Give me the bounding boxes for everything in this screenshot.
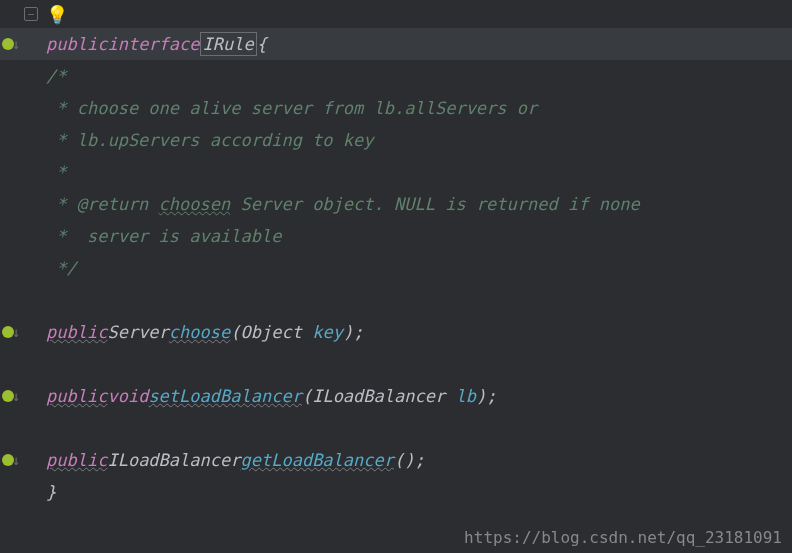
- code-line[interactable]: ↓ public Server choose(Object key);: [0, 316, 792, 348]
- code-content[interactable]: public void setLoadBalancer(ILoadBalance…: [22, 386, 496, 406]
- comment: */: [46, 258, 77, 278]
- code-content[interactable]: * @return choosen Server object. NULL is…: [22, 194, 640, 214]
- lightbulb-icon[interactable]: 💡: [46, 4, 68, 25]
- override-arrow-icon[interactable]: ↓: [12, 36, 20, 52]
- code-line[interactable]: * server is available: [0, 220, 792, 252]
- brace: }: [46, 482, 56, 502]
- gutter: [0, 476, 22, 508]
- code-content[interactable]: * choose one alive server from lb.allSer…: [22, 98, 537, 118]
- return-type: Server: [107, 322, 168, 342]
- comment: * lb.upServers according to key: [46, 130, 374, 150]
- comment: Server object. NULL is returned if none: [230, 194, 639, 214]
- code-content[interactable]: */: [22, 258, 77, 278]
- paren: (: [394, 450, 404, 470]
- code-line[interactable]: *: [0, 156, 792, 188]
- gutter[interactable]: ↓: [0, 380, 22, 412]
- fold-icon[interactable]: −: [24, 7, 38, 21]
- code-content[interactable]: public Server choose(Object key);: [22, 322, 363, 342]
- paren: );: [404, 450, 424, 470]
- method-name: choose: [169, 322, 230, 342]
- code-line[interactable]: [0, 284, 792, 316]
- paren: (: [302, 386, 312, 406]
- code-line[interactable]: * choose one alive server from lb.allSer…: [0, 92, 792, 124]
- gutter: [0, 220, 22, 252]
- override-arrow-icon[interactable]: ↓: [12, 452, 20, 468]
- keyword: public: [46, 386, 107, 406]
- gutter[interactable]: ↓: [0, 316, 22, 348]
- gutter: [0, 348, 22, 380]
- code-line[interactable]: }: [0, 476, 792, 508]
- code-content[interactable]: *: [22, 162, 77, 182]
- param-type: Object: [241, 322, 313, 342]
- editor-top-bar: − 💡: [0, 0, 792, 28]
- gutter[interactable]: ↓: [0, 28, 22, 60]
- comment: *: [46, 162, 77, 182]
- code-area[interactable]: ↓ public interface IRule{ /* * choose on…: [0, 28, 792, 553]
- code-line[interactable]: ↓ public ILoadBalancer getLoadBalancer()…: [0, 444, 792, 476]
- code-content[interactable]: public interface IRule{: [22, 32, 267, 56]
- code-content[interactable]: public ILoadBalancer getLoadBalancer();: [22, 450, 425, 470]
- code-line[interactable]: [0, 348, 792, 380]
- code-line[interactable]: [0, 412, 792, 444]
- gutter: [0, 252, 22, 284]
- code-line[interactable]: * lb.upServers according to key: [0, 124, 792, 156]
- comment: * server is available: [46, 226, 281, 246]
- code-editor[interactable]: − 💡 ↓ public interface IRule{ /* * choos…: [0, 0, 792, 553]
- brace: {: [257, 34, 267, 54]
- code-line[interactable]: ↓ public void setLoadBalancer(ILoadBalan…: [0, 380, 792, 412]
- gutter: [0, 412, 22, 444]
- param-type: ILoadBalancer: [312, 386, 455, 406]
- gutter: [0, 156, 22, 188]
- paren: );: [476, 386, 496, 406]
- comment: /*: [46, 66, 66, 86]
- class-name: IRule: [200, 32, 257, 56]
- param-name: lb: [455, 386, 475, 406]
- return-type: void: [107, 386, 148, 406]
- code-content[interactable]: * server is available: [22, 226, 281, 246]
- paren: (: [230, 322, 240, 342]
- code-line[interactable]: ↓ public interface IRule{: [0, 28, 792, 60]
- keyword: public: [46, 450, 107, 470]
- override-arrow-icon[interactable]: ↓: [12, 388, 20, 404]
- gutter: [0, 284, 22, 316]
- override-arrow-icon[interactable]: ↓: [12, 324, 20, 340]
- keyword: public: [46, 322, 107, 342]
- gutter: [0, 60, 22, 92]
- paren: );: [343, 322, 363, 342]
- method-name: getLoadBalancer: [240, 450, 394, 470]
- param-name: key: [312, 322, 343, 342]
- doc-typo: choosen: [159, 194, 231, 214]
- gutter: [0, 124, 22, 156]
- comment: * choose one alive server from lb.allSer…: [46, 98, 537, 118]
- comment: * @return: [46, 194, 159, 214]
- return-type: ILoadBalancer: [107, 450, 240, 470]
- code-content[interactable]: * lb.upServers according to key: [22, 130, 374, 150]
- code-line[interactable]: /*: [0, 60, 792, 92]
- watermark: https://blog.csdn.net/qq_23181091: [464, 528, 782, 547]
- keyword: interface: [107, 34, 199, 54]
- code-content[interactable]: /*: [22, 66, 66, 86]
- method-name: setLoadBalancer: [148, 386, 302, 406]
- keyword: public: [46, 34, 107, 54]
- code-content[interactable]: }: [22, 482, 56, 502]
- gutter: [0, 188, 22, 220]
- gutter: [0, 92, 22, 124]
- code-line[interactable]: * @return choosen Server object. NULL is…: [0, 188, 792, 220]
- gutter[interactable]: ↓: [0, 444, 22, 476]
- code-line[interactable]: */: [0, 252, 792, 284]
